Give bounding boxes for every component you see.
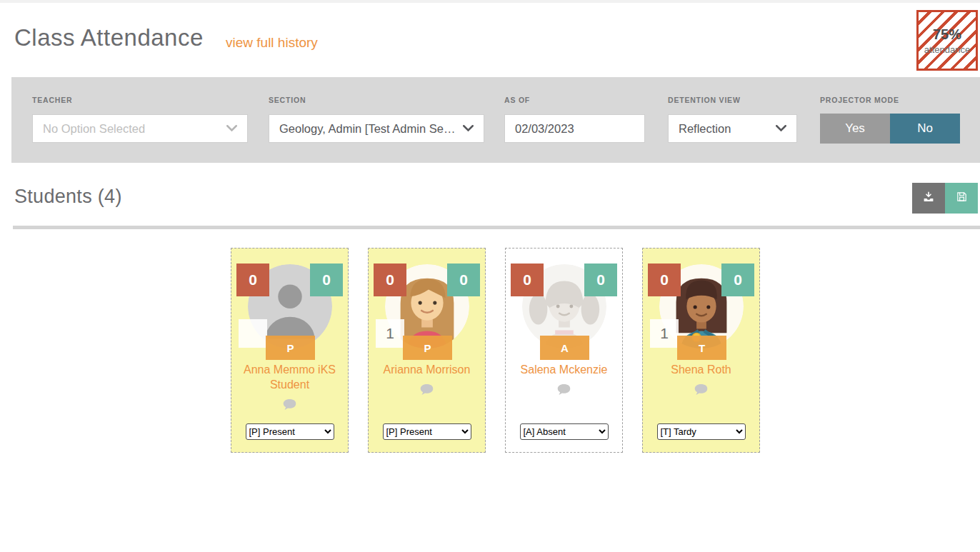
name-block: Arianna Morrison [373,362,481,398]
status-badge: A [540,336,589,360]
projector-mode-filter: PROJECTOR MODE Yes No [820,77,960,163]
teacher-select-value: No Option Selected [43,122,145,136]
student-card[interactable]: 0 0 1 P Arianna Morrison [P] Present [368,248,486,453]
attendance-select-wrap: [T] Tardy [643,423,759,440]
name-block: Anna Memmo iKS Student [236,362,344,413]
attendance-select[interactable]: [P] Present [246,423,334,440]
section-filter: SECTION Geology, Admin [Test Admin Se… [269,77,484,163]
student-card[interactable]: 0 0 1 T Shena Roth [T] Tardy [642,248,760,453]
detention-view-filter: DETENTION VIEW Reflection [668,77,797,163]
projector-mode-toggle: Yes No [820,114,960,144]
chevron-down-icon [776,125,786,132]
detention-view-value: Reflection [679,122,731,136]
name-block: Salena Mckenzie [510,362,618,398]
name-block: Shena Roth [647,362,755,398]
tally-box [239,319,267,348]
left-count-badge: 0 [236,264,269,296]
detention-view-label: DETENTION VIEW [668,96,741,104]
as-of-filter: AS OF [504,77,645,163]
comment-icon[interactable] [419,383,434,398]
comment-icon[interactable] [556,383,571,398]
detention-view-select[interactable]: Reflection [668,114,797,143]
chevron-down-icon [226,125,237,132]
save-button[interactable] [945,183,978,214]
student-name: Shena Roth [647,362,755,377]
attendance-select[interactable]: [A] Absent [520,423,609,440]
download-button[interactable] [912,183,945,214]
status-badge: P [266,336,315,360]
status-badge: T [677,336,726,360]
tally-box: 1 [650,319,679,348]
right-count-badge: 0 [721,264,754,296]
student-name: Anna Memmo iKS Student [236,362,344,392]
download-icon [922,191,935,206]
comment-icon[interactable] [694,383,709,398]
section-divider [13,226,980,229]
students-heading: Students (4) [14,186,122,208]
student-name: Arianna Morrison [373,362,481,377]
projector-mode-label: PROJECTOR MODE [820,96,899,104]
as-of-date-input[interactable] [515,115,634,142]
filter-bar: TEACHER No Option Selected SECTION Geolo… [11,77,980,163]
student-card[interactable]: 0 0 A Salena Mckenzie [A] Absent [505,248,623,453]
students-toolbar [912,183,978,214]
attendance-percent: 75% [933,26,961,43]
right-count-badge: 0 [584,264,617,296]
attendance-select[interactable]: [T] Tardy [657,423,746,440]
projector-yes-button[interactable]: Yes [820,114,890,144]
teacher-filter: TEACHER No Option Selected [32,77,248,163]
attendance-percentage-badge: 75% attendance [916,10,978,71]
comment-icon[interactable] [282,398,297,413]
attendance-select-wrap: [P] Present [231,423,348,440]
attendance-select-wrap: [A] Absent [506,423,622,440]
as-of-label: AS OF [504,96,530,104]
right-count-badge: 0 [310,264,343,296]
save-icon [956,191,968,206]
projector-no-button[interactable]: No [890,114,960,144]
attendance-label: attendance [924,44,970,55]
teacher-select[interactable]: No Option Selected [32,114,248,143]
student-name: Salena Mckenzie [510,362,618,377]
chevron-down-icon [463,125,474,132]
as-of-date-field [504,114,645,143]
top-strip [0,0,980,3]
left-count-badge: 0 [511,264,544,296]
attendance-select[interactable]: [P] Present [383,423,471,440]
teacher-label: TEACHER [32,96,72,104]
tally-box: 1 [376,319,404,348]
view-full-history-link[interactable]: view full history [226,35,318,51]
class-attendance-page: Class Attendance view full history 75% a… [0,0,980,552]
page-title: Class Attendance [14,24,204,51]
left-count-badge: 0 [374,264,406,296]
section-label: SECTION [269,96,306,104]
section-select[interactable]: Geology, Admin [Test Admin Se… [269,114,484,143]
student-card[interactable]: 0 0 P Anna Memmo iKS Student [P] Present [231,248,349,453]
section-select-value: Geology, Admin [Test Admin Se… [279,122,455,136]
status-badge: P [403,336,452,360]
left-count-badge: 0 [648,264,681,296]
right-count-badge: 0 [447,264,480,296]
attendance-select-wrap: [P] Present [369,423,485,440]
